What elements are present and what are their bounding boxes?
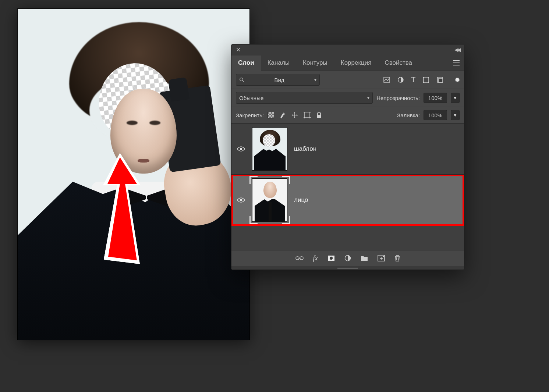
layer-name[interactable]: шаблон [294,145,316,153]
svg-point-15 [240,148,242,150]
filter-adjustment-icon[interactable] [397,76,404,83]
new-adjustment-layer-icon[interactable] [344,255,351,261]
layer-filter-type-icons: T [383,76,460,84]
fill-label: Заливка: [397,112,420,118]
layer-filter-label: Вид [274,77,284,83]
lock-label: Закрепить: [236,112,264,118]
svg-rect-13 [305,113,310,117]
document-canvas[interactable] [18,9,249,340]
blend-mode-select[interactable]: Обычные ▾ [236,92,373,104]
tab-properties[interactable]: Свойства [378,56,419,70]
svg-rect-9 [423,82,424,83]
svg-point-21 [329,257,332,260]
layer-row[interactable]: шаблон [231,124,464,175]
layers-list: шаблон лицо [231,124,464,250]
svg-rect-8 [428,77,429,78]
link-layers-icon[interactable] [295,256,304,261]
chevron-down-icon: ▾ [367,95,369,100]
svg-point-16 [240,199,242,201]
layers-panel: ✕ ◀◀ Слои Каналы Контуры Коррекция Свойс… [231,44,464,270]
panel-tabs: Слои Каналы Контуры Коррекция Свойства [231,55,464,71]
svg-rect-6 [424,77,429,82]
layers-panel-footer: fx [231,250,464,266]
lock-transparency-icon[interactable] [268,112,274,118]
new-group-icon[interactable] [361,255,368,261]
workspace: ✕ ◀◀ Слои Каналы Контуры Коррекция Свойс… [0,0,549,392]
layer-filter-row: Вид ▾ T [231,71,464,89]
layer-row[interactable]: лицо [231,175,464,226]
new-layer-icon[interactable] [378,255,385,261]
add-mask-icon[interactable] [327,255,335,261]
layer-filter-select[interactable]: Вид ▾ [236,74,320,86]
panel-resize-grip[interactable] [231,266,464,270]
svg-rect-10 [428,82,429,83]
tab-paths[interactable]: Контуры [296,56,334,70]
fill-value[interactable]: 100% [424,110,447,120]
svg-point-2 [240,78,243,81]
lock-row: Закрепить: Заливка: 100% ▾ [231,107,464,124]
panel-titlebar[interactable]: ✕ ◀◀ [231,44,464,55]
lock-pixels-icon[interactable] [279,112,286,118]
svg-rect-12 [439,78,443,82]
delete-layer-icon[interactable] [394,255,400,261]
close-icon[interactable]: ✕ [234,46,243,54]
filter-pixel-icon[interactable] [383,77,390,83]
filter-text-icon[interactable]: T [411,76,415,84]
chevron-down-icon: ▾ [314,77,316,82]
blend-mode-row: Обычные ▾ Непрозрачность: 100% ▾ [231,89,464,107]
tab-layers[interactable]: Слои [231,56,261,71]
opacity-stepper[interactable]: ▾ [451,93,460,103]
filter-toggle-switch[interactable] [455,78,460,82]
layers-empty-area[interactable] [231,226,464,250]
svg-line-3 [242,81,244,82]
lock-position-icon[interactable] [291,111,298,119]
layer-fx-icon[interactable]: fx [313,254,318,262]
panel-menu-icon[interactable] [449,57,464,68]
blend-mode-value: Обычные [239,95,263,101]
layer-thumbnail[interactable] [252,127,287,171]
lock-artboard-icon[interactable] [304,112,311,118]
lock-all-icon[interactable] [316,112,322,118]
svg-rect-14 [317,115,321,118]
collapse-icon[interactable]: ◀◀ [454,47,462,53]
search-icon [239,77,244,82]
fill-stepper[interactable]: ▾ [451,110,460,120]
filter-shape-icon[interactable] [423,76,429,83]
tab-adjustments[interactable]: Коррекция [334,56,378,70]
svg-rect-7 [423,77,424,78]
layer-visibility-toggle[interactable] [237,146,245,152]
opacity-value[interactable]: 100% [424,93,447,103]
layer-visibility-toggle[interactable] [237,197,245,203]
tab-channels[interactable]: Каналы [261,56,296,70]
annotation-red-arrow [79,150,145,275]
filter-smartobject-icon[interactable] [437,76,443,83]
layer-name[interactable]: лицо [294,196,308,204]
opacity-label: Непрозрачность: [376,95,420,101]
layer-thumbnail[interactable] [252,178,287,222]
